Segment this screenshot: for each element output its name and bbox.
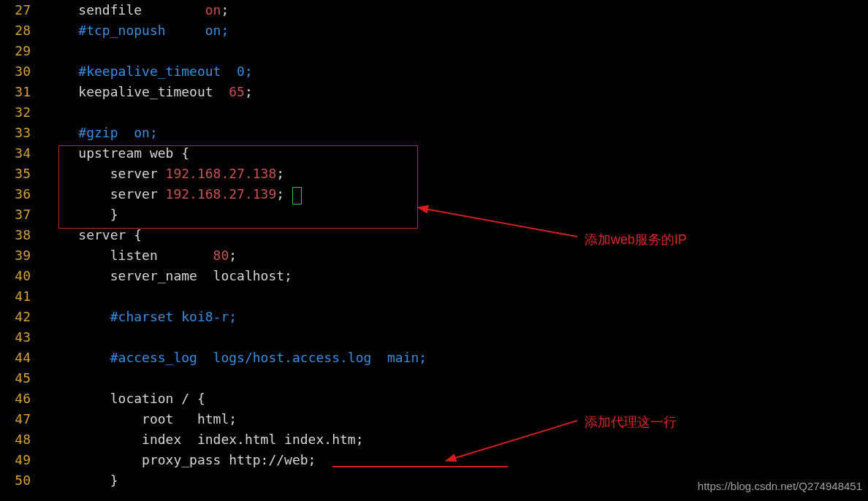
line-number: 35 — [0, 164, 35, 184]
code-line: server 192.168.27.139; — [47, 184, 427, 204]
code-line — [47, 41, 427, 61]
line-number: 38 — [0, 225, 35, 245]
line-number: 32 — [0, 102, 35, 123]
code-line: #gzip on; — [47, 123, 427, 143]
code-line: upstream web { — [47, 143, 427, 164]
line-number: 34 — [0, 143, 35, 164]
code-line: #charset koi8-r; — [47, 307, 427, 327]
line-number: 33 — [0, 123, 35, 143]
annotation-proxy: 添加代理这一行 — [585, 412, 677, 432]
code-line — [47, 286, 427, 307]
cursor-box — [292, 187, 302, 204]
line-number: 49 — [0, 450, 35, 470]
code-line: } — [47, 470, 427, 491]
code-line: server { — [47, 225, 427, 245]
line-number: 27 — [0, 0, 35, 20]
code-area: sendfile on; #tcp_nopush on; #keepalive_… — [47, 0, 427, 491]
line-number: 36 — [0, 184, 35, 204]
code-line — [47, 368, 427, 389]
line-number: 39 — [0, 245, 35, 266]
line-number: 44 — [0, 348, 35, 368]
code-line: #tcp_nopush on; — [47, 20, 427, 41]
code-line — [47, 102, 427, 123]
line-number: 42 — [0, 307, 35, 327]
code-line: keepalive_timeout 65; — [47, 82, 427, 102]
code-editor: 2728293031323334353637383940414243444546… — [0, 0, 868, 501]
code-line: location / { — [47, 389, 427, 409]
line-number: 29 — [0, 41, 35, 61]
code-line: #keepalive_timeout 0; — [47, 61, 427, 82]
code-line: sendfile on; — [47, 0, 427, 20]
line-number: 28 — [0, 20, 35, 41]
underline-proxy — [332, 466, 508, 467]
line-number: 50 — [0, 470, 35, 491]
line-number: 46 — [0, 389, 35, 409]
line-number: 43 — [0, 327, 35, 348]
line-number: 41 — [0, 286, 35, 307]
annotation-upstream: 添加web服务的IP — [585, 229, 687, 250]
line-number-gutter: 2728293031323334353637383940414243444546… — [0, 0, 35, 491]
svg-line-1 — [453, 421, 577, 459]
code-line: server 192.168.27.138; — [47, 164, 427, 184]
code-line: } — [47, 204, 427, 225]
line-number: 37 — [0, 204, 35, 225]
code-line: root html; — [47, 409, 427, 429]
line-number: 40 — [0, 266, 35, 286]
code-line — [47, 327, 427, 348]
code-line: #access_log logs/host.access.log main; — [47, 348, 427, 368]
line-number: 31 — [0, 82, 35, 102]
line-number: 30 — [0, 61, 35, 82]
code-line: index index.html index.htm; — [47, 429, 427, 450]
line-number: 48 — [0, 429, 35, 450]
code-line: listen 80; — [47, 245, 427, 266]
svg-line-0 — [425, 209, 577, 237]
watermark: https://blog.csdn.net/Q274948451 — [698, 476, 862, 497]
code-line: server_name localhost; — [47, 266, 427, 286]
line-number: 47 — [0, 409, 35, 429]
line-number: 45 — [0, 368, 35, 389]
